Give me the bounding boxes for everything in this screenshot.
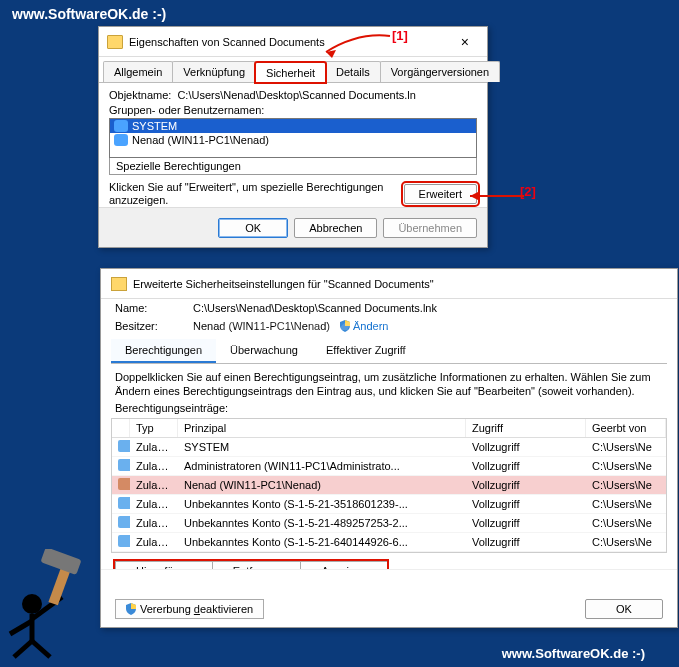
objektname-value: C:\Users\Nenad\Desktop\Scanned Documents…	[177, 89, 415, 101]
users-icon	[118, 459, 130, 471]
shield-icon	[126, 603, 136, 615]
objektname-label: Objektname:	[109, 89, 171, 101]
window-title: Erweiterte Sicherheitseinstellungen für …	[133, 278, 434, 290]
list-item-system[interactable]: SYSTEM	[110, 119, 476, 133]
tab-strip: Allgemein Verknüpfung Sicherheit Details…	[99, 57, 487, 83]
users-icon	[118, 516, 130, 528]
besitzer-label: Besitzer:	[115, 320, 183, 332]
ok-button[interactable]: OK	[218, 218, 288, 238]
table-row[interactable]: Zulas...Administratoren (WIN11-PC1\Admin…	[112, 457, 666, 476]
col-zugriff[interactable]: Zugriff	[466, 419, 586, 437]
annotation-arrow-1	[318, 32, 394, 62]
users-icon	[114, 134, 128, 146]
user-list[interactable]: SYSTEM Nenad (WIN11-PC1\Nenad)	[109, 118, 477, 158]
col-geerbt[interactable]: Geerbt von	[586, 419, 666, 437]
user-icon	[118, 478, 130, 490]
erweitert-hint: Klicken Sie auf "Erweitert", um speziell…	[109, 181, 394, 207]
svg-line-3	[32, 641, 50, 657]
users-icon	[118, 535, 130, 547]
table-row[interactable]: Zulas...SYSTEMVollzugriffC:\Users\Ne	[112, 438, 666, 457]
tab-verknuepfung[interactable]: Verknüpfung	[172, 61, 256, 82]
table-row[interactable]: Zulas...Unbekanntes Konto (S-1-5-21-6401…	[112, 533, 666, 552]
tab-strip: Berechtigungen Überwachung Effektiver Zu…	[111, 339, 667, 364]
vererbung-deaktivieren-button[interactable]: Vererbung deaktivieren	[115, 599, 264, 619]
folder-icon	[111, 277, 127, 291]
list-item-label: SYSTEM	[132, 120, 177, 132]
annotation-marker-1: [1]	[392, 28, 408, 43]
besitzer-value: Nenad (WIN11-PC1\Nenad)	[193, 320, 330, 332]
folder-icon	[107, 35, 123, 49]
col-typ[interactable]: Typ	[130, 419, 178, 437]
svg-line-2	[14, 641, 32, 657]
tab-allgemein[interactable]: Allgemein	[103, 61, 173, 82]
tab-berechtigungen[interactable]: Berechtigungen	[111, 339, 216, 363]
annotation-arrow-2	[460, 188, 528, 204]
tab-vorgaengerversionen[interactable]: Vorgängerversionen	[380, 61, 500, 82]
watermark-top: www.SoftwareOK.de :-)	[12, 6, 166, 22]
properties-dialog: Eigenschaften von Scanned Documents × Al…	[98, 26, 488, 248]
gruppen-label: Gruppen- oder Benutzernamen:	[109, 104, 477, 116]
list-item-nenad[interactable]: Nenad (WIN11-PC1\Nenad)	[110, 133, 476, 147]
shield-icon	[340, 320, 350, 332]
aendern-link[interactable]: Ändern	[340, 320, 388, 332]
col-prinzipal[interactable]: Prinzipal	[178, 419, 466, 437]
table-row[interactable]: Zulas...Unbekanntes Konto (S-1-5-21-3518…	[112, 495, 666, 514]
abbrechen-button[interactable]: Abbrechen	[294, 218, 377, 238]
tab-effektiver-zugriff[interactable]: Effektiver Zugriff	[312, 339, 420, 363]
col-icon[interactable]	[112, 419, 130, 437]
users-icon	[118, 497, 130, 509]
tab-details[interactable]: Details	[325, 61, 381, 82]
name-value: C:\Users\Nenad\Desktop\Scanned Documents…	[193, 302, 437, 314]
table-header[interactable]: Typ Prinzipal Zugriff Geerbt von	[112, 419, 666, 438]
users-icon	[114, 120, 128, 132]
close-button[interactable]: ×	[451, 32, 479, 52]
permissions-table: Typ Prinzipal Zugriff Geerbt von Zulas..…	[111, 418, 667, 553]
mascot-hammer-figure	[2, 549, 112, 659]
ok-button[interactable]: OK	[585, 599, 663, 619]
spezielle-berechtigungen-row: Spezielle Berechtigungen	[109, 158, 477, 175]
watermark-bottom: www.SoftwareOK.de :-)	[502, 646, 645, 661]
tab-sicherheit[interactable]: Sicherheit	[255, 62, 326, 83]
name-label: Name:	[115, 302, 183, 314]
advanced-security-dialog: Erweiterte Sicherheitseinstellungen für …	[100, 268, 678, 628]
table-row[interactable]: Zulas...Unbekanntes Konto (S-1-5-21-4892…	[112, 514, 666, 533]
titlebar[interactable]: Erweiterte Sicherheitseinstellungen für …	[101, 269, 677, 299]
table-row[interactable]: Zulas...Nenad (WIN11-PC1\Nenad)Vollzugri…	[112, 476, 666, 495]
titlebar[interactable]: Eigenschaften von Scanned Documents ×	[99, 27, 487, 57]
entries-label: Berechtigungseinträge:	[101, 400, 677, 416]
description-text: Doppelklicken Sie auf einen Berechtigung…	[101, 364, 677, 400]
list-item-label: Nenad (WIN11-PC1\Nenad)	[132, 134, 269, 146]
tab-ueberwachung[interactable]: Überwachung	[216, 339, 312, 363]
users-icon	[118, 440, 130, 452]
svg-line-4	[10, 621, 32, 634]
uebernehmen-button[interactable]: Übernehmen	[383, 218, 477, 238]
